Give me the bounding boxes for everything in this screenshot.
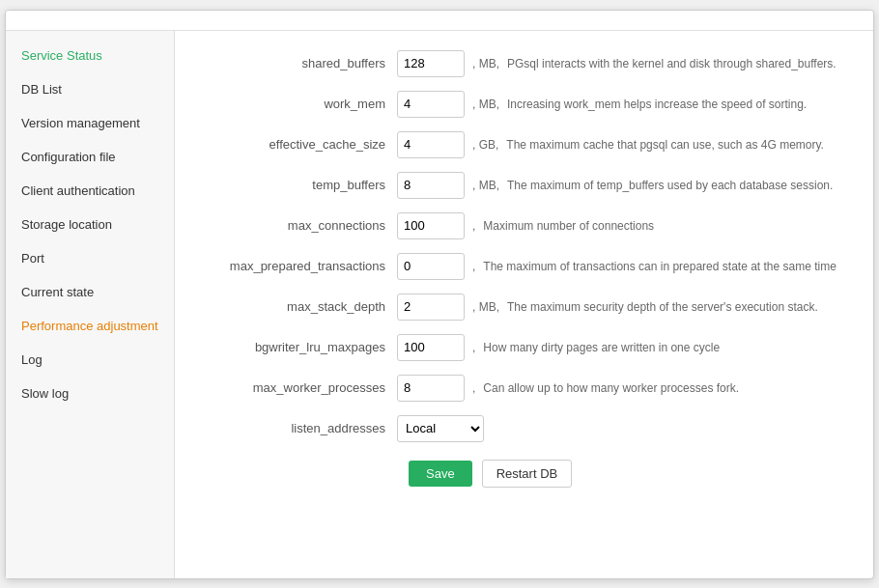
field-hint-bgwriter_lru_maxpages: How many dirty pages are written in one … — [483, 341, 720, 354]
form-row-temp_buffers: temp_buffers, MB, The maximum of temp_bu… — [204, 172, 844, 199]
field-comma-bgwriter_lru_maxpages: , — [472, 341, 475, 354]
field-comma-max_connections: , — [472, 219, 475, 233]
field-label-max_connections: max_connections — [204, 218, 397, 233]
field-hint-max_connections: Maximum number of connections — [483, 219, 654, 233]
field-input-max_connections[interactable] — [397, 212, 465, 239]
sidebar-item-version-management[interactable]: Version management — [6, 106, 174, 140]
content-area: Service StatusDB ListVersion managementC… — [6, 31, 873, 578]
sidebar: Service StatusDB ListVersion managementC… — [6, 31, 175, 578]
button-row: SaveRestart DB — [204, 460, 844, 488]
field-input-shared_buffers[interactable] — [397, 50, 465, 77]
sidebar-item-client-authentication[interactable]: Client authentication — [6, 174, 174, 208]
sidebar-item-port[interactable]: Port — [6, 241, 174, 275]
field-hint-max_prepared_transactions: The maximum of transactions can in prepa… — [483, 260, 836, 273]
sidebar-item-service-status[interactable]: Service Status — [6, 39, 174, 72]
field-unit-effective_cache_size: , GB, — [472, 138, 498, 152]
field-label-max_stack_depth: max_stack_depth — [204, 299, 397, 314]
save-button[interactable]: Save — [409, 461, 472, 487]
sidebar-item-slow-log[interactable]: Slow log — [6, 377, 174, 410]
sidebar-item-log[interactable]: Log — [6, 343, 174, 377]
field-label-effective_cache_size: effective_cache_size — [204, 137, 397, 152]
field-label-listen_addresses: listen_addresses — [204, 421, 397, 435]
sidebar-item-db-list[interactable]: DB List — [6, 72, 174, 106]
form-row-max_connections: max_connections, Maximum number of conne… — [204, 212, 844, 239]
field-input-max_stack_depth[interactable] — [397, 294, 465, 321]
field-select-listen_addresses[interactable]: LocalAllCustom — [397, 415, 484, 442]
field-input-temp_buffers[interactable] — [397, 172, 465, 199]
field-hint-shared_buffers: PGsql interacts with the kernel and disk… — [507, 57, 836, 70]
field-input-work_mem[interactable] — [397, 91, 465, 118]
restart-db-button[interactable]: Restart DB — [482, 460, 573, 488]
field-label-shared_buffers: shared_buffers — [204, 56, 397, 70]
field-label-max_worker_processes: max_worker_processes — [204, 380, 397, 395]
field-unit-temp_buffers: , MB, — [472, 179, 499, 192]
field-comma-max_prepared_transactions: , — [472, 260, 475, 273]
field-input-effective_cache_size[interactable] — [397, 131, 465, 158]
field-unit-max_stack_depth: , MB, — [472, 300, 499, 314]
field-unit-work_mem: , MB, — [472, 98, 499, 111]
form-row-max_worker_processes: max_worker_processes, Can allow up to ho… — [204, 375, 844, 402]
field-label-temp_buffers: temp_buffers — [204, 178, 397, 192]
field-hint-effective_cache_size: The maximum cache that pgsql can use, su… — [506, 138, 824, 152]
main-window: Service StatusDB ListVersion managementC… — [5, 10, 874, 579]
sidebar-item-storage-location[interactable]: Storage location — [6, 208, 174, 241]
field-label-max_prepared_transactions: max_prepared_transactions — [204, 259, 397, 273]
field-input-bgwriter_lru_maxpages[interactable] — [397, 334, 465, 361]
form-row-max_stack_depth: max_stack_depth, MB, The maximum securit… — [204, 294, 844, 321]
field-hint-work_mem: Increasing work_mem helps increase the s… — [507, 98, 807, 111]
field-label-work_mem: work_mem — [204, 97, 397, 111]
main-content: shared_buffers, MB, PGsql interacts with… — [175, 31, 873, 578]
form-row-listen_addresses: listen_addressesLocalAllCustom — [204, 415, 844, 442]
field-hint-max_worker_processes: Can allow up to how many worker processe… — [483, 381, 739, 395]
form-row-shared_buffers: shared_buffers, MB, PGsql interacts with… — [204, 50, 844, 77]
title-bar — [6, 11, 873, 31]
field-comma-max_worker_processes: , — [472, 381, 475, 395]
field-unit-shared_buffers: , MB, — [472, 57, 499, 70]
field-hint-temp_buffers: The maximum of temp_buffers used by each… — [507, 179, 833, 192]
form-row-work_mem: work_mem, MB, Increasing work_mem helps … — [204, 91, 844, 118]
sidebar-item-configuration-file[interactable]: Configuration file — [6, 140, 174, 174]
form-row-effective_cache_size: effective_cache_size, GB, The maximum ca… — [204, 131, 844, 158]
form-row-bgwriter_lru_maxpages: bgwriter_lru_maxpages, How many dirty pa… — [204, 334, 844, 361]
field-input-max_prepared_transactions[interactable] — [397, 253, 465, 280]
sidebar-item-performance-adjustment[interactable]: Performance adjustment — [6, 309, 174, 343]
form-row-max_prepared_transactions: max_prepared_transactions, The maximum o… — [204, 253, 844, 280]
field-hint-max_stack_depth: The maximum security depth of the server… — [507, 300, 818, 314]
sidebar-item-current-state[interactable]: Current state — [6, 275, 174, 309]
field-label-bgwriter_lru_maxpages: bgwriter_lru_maxpages — [204, 340, 397, 354]
field-input-max_worker_processes[interactable] — [397, 375, 465, 402]
